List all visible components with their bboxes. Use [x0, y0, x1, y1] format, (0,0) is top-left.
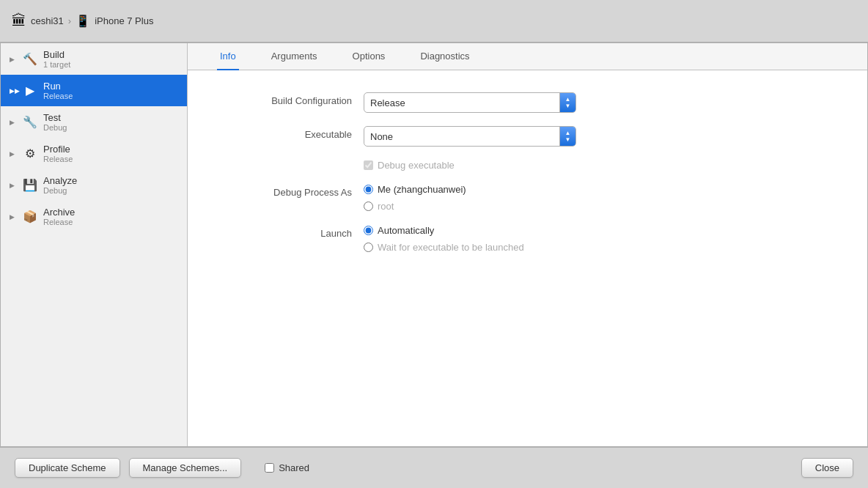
bottom-bar: Duplicate Scheme Manage Schemes... Share… [0, 447, 868, 488]
right-panel: Info Arguments Options Diagnostics Build… [188, 43, 867, 446]
launch-row: Launch Automatically Wait for executable… [217, 225, 838, 253]
build-config-row: Build Configuration Release ▲ ▼ [217, 92, 838, 113]
debug-process-control: Me (zhangchuanwei) root [364, 184, 657, 212]
exe-stepper-up-icon: ▲ [565, 130, 571, 136]
profile-arrow: ▶ [10, 150, 17, 158]
build-arrow: ▶ [10, 56, 17, 63]
debug-process-radio-group: Me (zhangchuanwei) root [364, 184, 657, 212]
breadcrumb-chevron: › [68, 15, 71, 26]
launch-label: Launch [217, 225, 364, 239]
sidebar-item-build[interactable]: ▶ 🔨 Build 1 target [1, 43, 187, 75]
sidebar: ▶ 🔨 Build 1 target ▶▶ ▶ Run Release ▶ 🔧 … [1, 43, 188, 446]
analyze-arrow: ▶ [10, 182, 17, 189]
debug-exe-checkbox[interactable] [364, 160, 373, 170]
archive-title: Archive [43, 207, 75, 218]
device-icon: 📱 [76, 14, 90, 28]
analyze-subtitle: Debug [43, 186, 77, 195]
debug-process-me-row: Me (zhangchuanwei) [364, 184, 657, 195]
debug-process-root-label: root [378, 201, 394, 212]
build-icon: 🔨 [23, 52, 37, 67]
sidebar-item-profile[interactable]: ▶ ⚙ Profile Release [1, 138, 187, 169]
launch-wait-row: Wait for executable to be launched [364, 242, 657, 253]
run-icon: ▶ [23, 84, 37, 98]
test-text: Test Debug [43, 112, 67, 132]
stepper-up-icon: ▲ [565, 97, 571, 103]
launch-auto-radio[interactable] [364, 226, 373, 235]
exe-stepper-down-icon: ▼ [565, 137, 571, 143]
debug-process-me-radio[interactable] [364, 185, 373, 194]
shared-label: Shared [279, 462, 309, 473]
analyze-text: Analyze Debug [43, 175, 77, 195]
tab-diagnostics[interactable]: Diagnostics [417, 43, 472, 70]
titlebar: 🏛 ceshi31 › 📱 iPhone 7 Plus [0, 0, 868, 42]
build-config-label: Build Configuration [217, 92, 364, 106]
archive-icon: 📦 [23, 210, 37, 224]
archive-text: Archive Release [43, 207, 75, 226]
main-content: ▶ 🔨 Build 1 target ▶▶ ▶ Run Release ▶ 🔧 … [0, 42, 868, 447]
sidebar-item-run[interactable]: ▶▶ ▶ Run Release [1, 75, 187, 106]
debug-exe-row: Debug executable [364, 160, 838, 171]
close-button[interactable]: Close [801, 458, 853, 478]
analyze-title: Analyze [43, 175, 77, 186]
tab-options[interactable]: Options [350, 43, 389, 70]
tab-bar: Info Arguments Options Diagnostics [188, 43, 867, 70]
build-config-stepper[interactable]: ▲ ▼ [559, 93, 575, 112]
debug-process-root-row: root [364, 201, 657, 212]
debug-process-label: Debug Process As [217, 184, 364, 198]
form-area: Build Configuration Release ▲ ▼ Executab… [188, 70, 867, 446]
debug-process-row: Debug Process As Me (zhangchuanwei) root [217, 184, 838, 212]
shared-checkbox[interactable] [265, 463, 274, 473]
launch-control: Automatically Wait for executable to be … [364, 225, 657, 253]
debug-process-me-label: Me (zhangchuanwei) [378, 184, 466, 195]
analyze-icon: 💾 [23, 178, 37, 193]
profile-text: Profile Release [43, 144, 73, 163]
profile-icon: ⚙ [23, 147, 37, 161]
shared-row: Shared [265, 462, 309, 473]
run-subtitle: Release [43, 92, 73, 100]
build-title: Build [43, 49, 70, 60]
breadcrumb: ceshi31 › 📱 iPhone 7 Plus [31, 14, 153, 28]
profile-title: Profile [43, 144, 73, 155]
sidebar-item-archive[interactable]: ▶ 📦 Archive Release [1, 201, 187, 232]
test-arrow: ▶ [10, 119, 17, 126]
sidebar-item-test[interactable]: ▶ 🔧 Test Debug [1, 106, 187, 138]
project-name: ceshi31 [31, 15, 64, 26]
launch-auto-row: Automatically [364, 225, 657, 236]
launch-auto-label: Automatically [378, 225, 434, 236]
executable-stepper[interactable]: ▲ ▼ [559, 127, 575, 146]
duplicate-scheme-button[interactable]: Duplicate Scheme [15, 458, 120, 478]
tab-arguments[interactable]: Arguments [268, 43, 320, 70]
executable-value: None [364, 129, 559, 144]
run-text: Run Release [43, 81, 73, 100]
tab-info[interactable]: Info [217, 43, 239, 70]
debug-exe-label: Debug executable [378, 160, 455, 171]
debug-process-root-radio[interactable] [364, 202, 373, 211]
launch-wait-radio[interactable] [364, 243, 373, 252]
stepper-down-icon: ▼ [565, 103, 571, 109]
build-config-control: Release ▲ ▼ [364, 92, 657, 113]
executable-row: Executable None ▲ ▼ [217, 126, 838, 147]
sidebar-item-analyze[interactable]: ▶ 💾 Analyze Debug [1, 169, 187, 201]
project-icon: 🏛 [12, 12, 26, 29]
manage-schemes-button[interactable]: Manage Schemes... [129, 458, 242, 478]
device-name: iPhone 7 Plus [95, 15, 153, 26]
test-icon: 🔧 [23, 115, 37, 130]
build-text: Build 1 target [43, 49, 70, 69]
executable-select[interactable]: None ▲ ▼ [364, 126, 576, 147]
archive-arrow: ▶ [10, 213, 17, 221]
build-config-select[interactable]: Release ▲ ▼ [364, 92, 576, 113]
executable-control: None ▲ ▼ [364, 126, 657, 147]
launch-radio-group: Automatically Wait for executable to be … [364, 225, 657, 253]
build-config-value: Release [364, 95, 559, 111]
run-arrow: ▶▶ [10, 87, 17, 95]
run-title: Run [43, 81, 73, 92]
build-subtitle: 1 target [43, 60, 70, 69]
test-subtitle: Debug [43, 123, 67, 132]
archive-subtitle: Release [43, 218, 75, 226]
profile-subtitle: Release [43, 155, 73, 163]
test-title: Test [43, 112, 67, 123]
launch-wait-label: Wait for executable to be launched [378, 242, 524, 253]
executable-label: Executable [217, 126, 364, 140]
